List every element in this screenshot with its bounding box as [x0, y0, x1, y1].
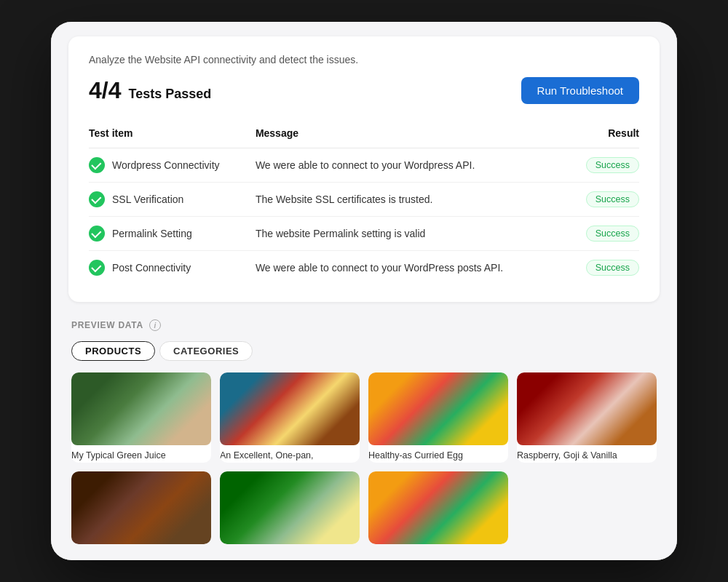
test-item-cell: Wordpress Connectivity	[89, 148, 256, 183]
product-image	[71, 471, 211, 544]
test-item-name: SSL Verification	[112, 194, 183, 205]
connectivity-card: Analyze the Website API connectivity and…	[68, 36, 660, 302]
product-name: Raspberry, Goji & Vanilla	[517, 450, 657, 463]
product-grid: My Typical Green Juice An Excellent, One…	[71, 372, 657, 544]
tests-passed: 4/4 Tests Passed	[89, 77, 211, 104]
product-name: An Excellent, One-pan,	[220, 450, 360, 463]
test-item-cell: Post Connectivity	[89, 251, 256, 285]
result-badge: Success	[586, 191, 639, 207]
tab-products[interactable]: PRODUCTS	[71, 341, 155, 361]
info-icon: i	[149, 319, 161, 331]
test-message: The website Permalink setting is valid	[256, 217, 571, 251]
product-item	[220, 471, 360, 544]
test-result: Success	[571, 217, 639, 251]
product-image	[220, 471, 360, 544]
tests-header: 4/4 Tests Passed Run Troubleshoot	[89, 77, 639, 104]
product-image	[71, 372, 211, 445]
product-item: My Typical Green Juice	[71, 372, 211, 463]
run-troubleshoot-button[interactable]: Run Troubleshoot	[521, 77, 639, 104]
preview-title: PREVIEW DATA	[71, 320, 143, 330]
table-row: Permalink Setting The website Permalink …	[89, 217, 639, 251]
test-result: Success	[571, 183, 639, 217]
product-item: Healthy-as Curried Egg	[368, 372, 508, 463]
test-table: Test item Message Result Wordpress Conne…	[89, 121, 639, 284]
product-item	[368, 471, 508, 544]
tests-count: 4/4	[89, 77, 121, 104]
card-description: Analyze the Website API connectivity and…	[89, 54, 639, 65]
product-name: My Typical Green Juice	[71, 450, 211, 463]
test-item-cell: SSL Verification	[89, 183, 256, 217]
product-item: An Excellent, One-pan,	[220, 372, 360, 463]
test-result: Success	[571, 251, 639, 285]
product-item: Raspberry, Goji & Vanilla	[517, 372, 657, 463]
tests-label: Tests Passed	[128, 87, 211, 102]
test-item-cell: Permalink Setting	[89, 217, 256, 251]
product-image	[368, 372, 508, 445]
test-message: The Website SSL certificates is trusted.	[256, 183, 571, 217]
preview-header: PREVIEW DATA i	[71, 319, 657, 331]
check-icon	[89, 226, 105, 242]
test-item-name: Permalink Setting	[112, 228, 192, 239]
product-name: Healthy-as Curried Egg	[368, 450, 508, 463]
test-item-name: Wordpress Connectivity	[112, 159, 220, 171]
tabs-container: PRODUCTSCATEGORIES	[71, 341, 657, 361]
check-icon	[89, 260, 105, 276]
product-image	[517, 372, 657, 445]
check-icon	[89, 191, 105, 207]
screen: Analyze the Website API connectivity and…	[51, 22, 677, 560]
test-result: Success	[571, 148, 639, 183]
preview-section: PREVIEW DATA i PRODUCTSCATEGORIES My Typ…	[68, 319, 660, 544]
table-row: SSL Verification The Website SSL certifi…	[89, 183, 639, 217]
result-badge: Success	[586, 260, 639, 276]
col-header-result: Result	[571, 121, 639, 148]
test-message: We were able to connect to your Wordpres…	[256, 148, 571, 183]
table-row: Post Connectivity We were able to connec…	[89, 251, 639, 285]
product-image	[368, 471, 508, 544]
test-message: We were able to connect to your WordPres…	[256, 251, 571, 285]
tab-categories[interactable]: CATEGORIES	[159, 341, 253, 361]
result-badge: Success	[586, 226, 639, 242]
col-header-item: Test item	[89, 121, 256, 148]
device-frame: Analyze the Website API connectivity and…	[51, 22, 677, 560]
check-icon	[89, 157, 105, 173]
result-badge: Success	[586, 157, 639, 173]
product-item	[71, 471, 211, 544]
test-item-name: Post Connectivity	[112, 262, 191, 274]
col-header-message: Message	[256, 121, 571, 148]
table-row: Wordpress Connectivity We were able to c…	[89, 148, 639, 183]
product-image	[220, 372, 360, 445]
